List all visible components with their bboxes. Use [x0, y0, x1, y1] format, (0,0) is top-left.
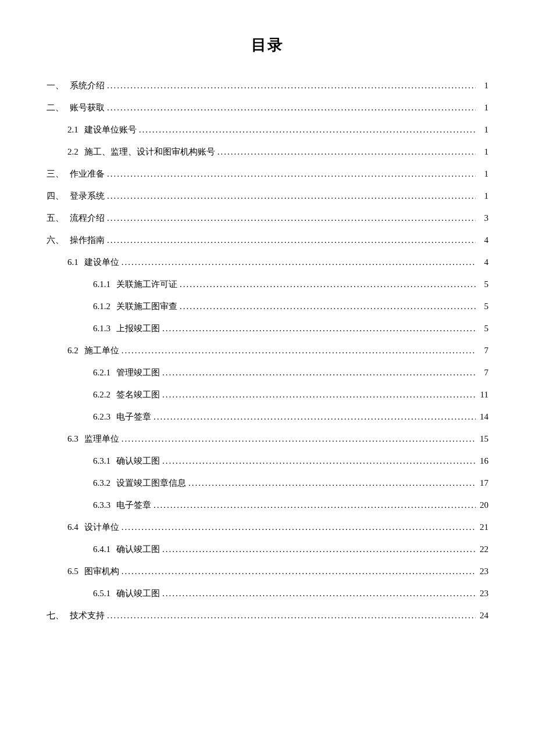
toc-page-number: 20	[478, 498, 488, 512]
toc-text: 签名竣工图	[116, 390, 160, 399]
toc-number: 七、	[47, 608, 64, 622]
toc-label: 6.3.1确认竣工图	[93, 454, 160, 468]
toc-label: 6.5图审机构	[67, 564, 119, 578]
toc-page-number: 23	[478, 586, 488, 600]
toc-label: 6.1.1关联施工许可证	[93, 277, 177, 291]
toc-leader-dots	[122, 343, 476, 357]
toc-leader-dots	[180, 299, 476, 313]
toc-text: 确认竣工图	[116, 544, 160, 554]
toc-entry[interactable]: 6.1.1关联施工许可证5	[47, 277, 488, 291]
toc-number: 6.4.1	[93, 542, 110, 556]
toc-entry[interactable]: 2.2施工、监理、设计和图审机构账号1	[47, 145, 488, 159]
toc-number: 6.4	[67, 520, 79, 534]
toc-number: 三、	[47, 167, 64, 181]
toc-number: 6.3.1	[93, 454, 110, 468]
toc-entry[interactable]: 6.4设计单位21	[47, 520, 488, 534]
toc-leader-dots	[139, 123, 476, 137]
toc-label: 6.3.2设置竣工图章信息	[93, 476, 186, 490]
toc-text: 监理单位	[84, 434, 119, 443]
toc-page-number: 4	[478, 233, 488, 247]
toc-page-number: 1	[478, 189, 488, 203]
toc-label: 一、系统介绍	[47, 78, 105, 92]
toc-number: 6.3.2	[93, 476, 110, 490]
toc-number: 6.1.1	[93, 277, 110, 291]
toc-entry[interactable]: 6.5图审机构23	[47, 564, 488, 578]
toc-number: 二、	[47, 101, 64, 114]
toc-entry[interactable]: 6.2.2签名竣工图11	[47, 388, 488, 402]
toc-number: 四、	[47, 189, 64, 203]
toc-number: 6.1	[67, 255, 79, 269]
toc-leader-dots	[154, 498, 476, 512]
toc-text: 系统介绍	[70, 81, 105, 90]
toc-entry[interactable]: 6.1.2关联施工图审查5	[47, 299, 488, 313]
toc-text: 账号获取	[70, 103, 105, 112]
toc-entry[interactable]: 6.3.1确认竣工图16	[47, 454, 488, 468]
toc-label: 二、账号获取	[47, 101, 105, 114]
toc-text: 关联施工许可证	[116, 280, 177, 289]
toc-leader-dots	[107, 233, 476, 247]
toc-text: 登录系统	[70, 191, 105, 200]
toc-entry[interactable]: 6.1.3上报竣工图5	[47, 321, 488, 335]
toc-entry[interactable]: 6.2.1管理竣工图7	[47, 366, 488, 379]
toc-page-number: 14	[478, 410, 488, 424]
toc-entry[interactable]: 七、技术支持24	[47, 608, 488, 622]
toc-page-number: 5	[478, 299, 488, 313]
toc-leader-dots	[162, 321, 476, 335]
toc-label: 6.3.3电子签章	[93, 498, 151, 512]
toc-label: 四、登录系统	[47, 189, 105, 203]
toc-entry[interactable]: 6.2.3电子签章14	[47, 410, 488, 424]
toc-number: 2.1	[67, 123, 79, 137]
toc-entry[interactable]: 6.2施工单位7	[47, 343, 488, 357]
toc-page-number: 17	[478, 476, 488, 490]
toc-entry[interactable]: 一、系统介绍1	[47, 78, 488, 92]
toc-entry[interactable]: 六、操作指南4	[47, 233, 488, 247]
toc-label: 6.3监理单位	[67, 432, 119, 446]
toc-page-number: 1	[478, 78, 488, 92]
toc-page-number: 1	[478, 167, 488, 181]
toc-entry[interactable]: 五、流程介绍3	[47, 211, 488, 225]
toc-label: 6.1建设单位	[67, 255, 119, 269]
toc-text: 电子签章	[116, 412, 151, 421]
toc-text: 流程介绍	[70, 213, 105, 223]
toc-entry[interactable]: 二、账号获取1	[47, 101, 488, 114]
toc-text: 建设单位账号	[84, 125, 137, 134]
toc-number: 6.2	[67, 343, 79, 357]
toc-leader-dots	[107, 101, 476, 114]
toc-page-number: 1	[478, 101, 488, 114]
toc-number: 6.5	[67, 564, 79, 578]
toc-entry[interactable]: 2.1建设单位账号1	[47, 123, 488, 137]
toc-text: 图审机构	[84, 567, 119, 576]
toc-leader-dots	[188, 476, 476, 490]
toc-page-number: 5	[478, 277, 488, 291]
toc-number: 6.5.1	[93, 586, 110, 600]
toc-page-number: 7	[478, 343, 488, 357]
toc-leader-dots	[162, 388, 476, 402]
toc-entry[interactable]: 6.5.1确认竣工图23	[47, 586, 488, 600]
toc-label: 6.1.3上报竣工图	[93, 321, 160, 335]
toc-label: 6.1.2关联施工图审查	[93, 299, 177, 313]
toc-text: 设计单位	[84, 522, 119, 532]
toc-number: 6.3.3	[93, 498, 110, 512]
toc-page-number: 3	[478, 211, 488, 225]
toc-text: 施工单位	[84, 346, 119, 355]
toc-entry[interactable]: 三、作业准备1	[47, 167, 488, 181]
toc-entry[interactable]: 6.1建设单位4	[47, 255, 488, 269]
toc-leader-dots	[107, 167, 476, 181]
toc-label: 五、流程介绍	[47, 211, 105, 225]
toc-entry[interactable]: 6.4.1确认竣工图22	[47, 542, 488, 556]
toc-label: 六、操作指南	[47, 233, 105, 247]
toc-leader-dots	[162, 586, 476, 600]
toc-label: 2.1建设单位账号	[67, 123, 137, 137]
toc-entry[interactable]: 6.3监理单位15	[47, 432, 488, 446]
toc-text: 关联施工图审查	[116, 302, 177, 311]
toc-entry[interactable]: 6.3.3电子签章20	[47, 498, 488, 512]
toc-text: 电子签章	[116, 500, 151, 510]
toc-leader-dots	[122, 564, 476, 578]
toc-entry[interactable]: 四、登录系统1	[47, 189, 488, 203]
toc-label: 6.2.3电子签章	[93, 410, 151, 424]
toc-leader-dots	[122, 432, 476, 446]
toc-number: 6.3	[67, 432, 79, 446]
toc-entry[interactable]: 6.3.2设置竣工图章信息17	[47, 476, 488, 490]
toc-text: 作业准备	[70, 169, 105, 178]
toc-number: 6.2.2	[93, 388, 110, 402]
